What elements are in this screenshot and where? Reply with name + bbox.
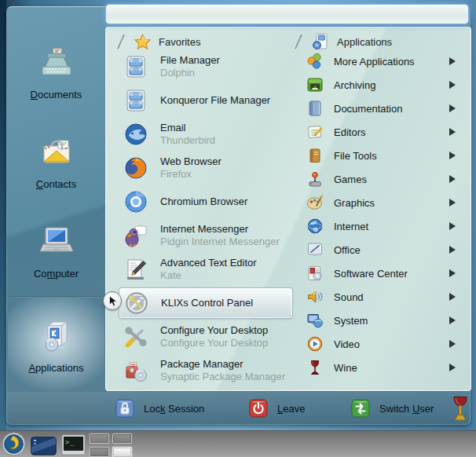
menu-item-subtitle: Configure Your Desktop (160, 337, 292, 349)
archiving-icon (306, 76, 324, 93)
menu-item-configure-desktop[interactable]: Configure Your Desktop Configure Your De… (121, 320, 295, 353)
category-more-applications[interactable]: More Applications (298, 49, 465, 73)
category-file-tools[interactable]: File Tools (298, 144, 465, 167)
category-label: System (334, 315, 439, 327)
terminal-icon[interactable]: >_ (61, 434, 86, 455)
menu-item-subtitle: Dolphin (160, 67, 292, 79)
category-sound[interactable]: Sound (298, 285, 465, 309)
wine-glass-icon (306, 359, 324, 376)
favorites-list: File Manager Dolphin (121, 49, 295, 387)
category-label: More Applications (334, 56, 439, 68)
breadcrumb-slash-icon (115, 33, 126, 50)
category-editors[interactable]: Editors (298, 120, 465, 144)
screen: Documents Contacts (0, 0, 476, 457)
desktop-edge-shadow (0, 0, 6, 430)
menu-item-konqueror[interactable]: Konqueror File Manager (121, 83, 295, 117)
category-software-center[interactable]: Software Center (298, 261, 465, 285)
menu-item-title: Configure Your Desktop (160, 324, 292, 337)
category-internet[interactable]: Internet (298, 214, 465, 238)
launcher-menu-button[interactable] (2, 432, 26, 456)
menu-item-subtitle: Firefox (160, 168, 292, 181)
category-label: Office (334, 244, 439, 256)
pager-desktop-1[interactable] (90, 433, 109, 444)
graphics-icon (306, 194, 324, 211)
sidebar-separator (9, 296, 103, 298)
sidebar-item-computer[interactable]: Computer (7, 222, 105, 280)
category-games[interactable]: Games (298, 167, 465, 191)
menu-item-title: Email (160, 121, 292, 134)
menu-item-package-manager[interactable]: Package Manager Synaptic Package Manager (121, 353, 295, 387)
submenu-arrow-icon (449, 128, 456, 136)
more-applications-icon (306, 53, 324, 70)
laptop-icon (38, 222, 75, 262)
submenu-arrow-icon (449, 57, 456, 65)
category-documentation[interactable]: Documentation (298, 97, 465, 120)
menu-item-subtitle: Synaptic Package Manager (160, 371, 292, 383)
category-label: Documentation (334, 103, 439, 115)
applications-header-label: Applications (337, 36, 392, 48)
application-launcher-menu: Documents Contacts (6, 6, 471, 425)
pager-desktop-3[interactable] (90, 447, 109, 457)
search-input[interactable] (105, 4, 469, 24)
submenu-arrow-icon (449, 152, 456, 159)
leave-button[interactable]: Leave (249, 392, 305, 425)
thunderbird-icon (123, 122, 148, 147)
menu-item-file-manager[interactable]: File Manager Dolphin (121, 49, 295, 83)
menu-item-web-browser[interactable]: Web Browser Firefox (121, 151, 295, 185)
system-icon (306, 312, 324, 329)
star-icon (134, 33, 152, 51)
category-archiving[interactable]: Archiving (298, 73, 465, 97)
submenu-arrow-icon (449, 293, 456, 301)
pager-desktop-2[interactable] (112, 433, 132, 444)
software-box-icon (38, 316, 75, 356)
lock-icon (115, 399, 134, 418)
category-office[interactable]: Office (298, 238, 465, 261)
menu-item-title: Package Manager (160, 357, 292, 371)
internet-globe-icon (306, 218, 324, 235)
sidebar-item-label: Applications (28, 362, 83, 374)
sidebar-item-label: Contacts (36, 178, 76, 190)
category-label: Graphics (334, 197, 439, 209)
games-icon (306, 170, 324, 188)
office-icon (306, 241, 324, 258)
contacts-icon (38, 133, 75, 173)
control-panel-icon (124, 291, 149, 316)
switch-user-button[interactable]: Switch User (351, 392, 434, 425)
switch-arrows-icon (351, 399, 370, 418)
category-system[interactable]: System (298, 309, 465, 332)
file-cabinet-icon (123, 88, 148, 113)
file-cabinet-icon (123, 54, 148, 79)
submenu-arrow-icon (449, 340, 456, 348)
category-wine[interactable]: Wine (298, 356, 465, 379)
submenu-arrow-icon (449, 175, 456, 183)
menu-item-title: KLIXs Control Panel (161, 296, 292, 309)
video-icon (306, 335, 324, 353)
lock-session-button[interactable]: Lock Session (115, 392, 204, 425)
chromium-icon (123, 189, 148, 214)
sidebar-item-contacts[interactable]: Contacts (7, 133, 105, 190)
menu-item-control-panel[interactable]: KLIXs Control Panel (119, 287, 293, 319)
category-label: Software Center (334, 268, 439, 280)
menu-item-email[interactable]: Email Thunderbird (121, 117, 295, 151)
show-desktop-icon[interactable] (31, 437, 57, 455)
menu-item-text-editor[interactable]: Advanced Text Editor Kate (121, 252, 295, 286)
menu-item-chromium[interactable]: Chromium Browser (121, 185, 295, 218)
sidebar-item-applications[interactable]: Applications (7, 316, 105, 374)
menu-item-title: File Manager (160, 53, 292, 67)
configure-desktop-icon (123, 324, 148, 349)
firefox-icon (123, 155, 148, 181)
category-label: Wine (334, 362, 439, 374)
session-button-label: Switch User (379, 403, 434, 415)
menu-item-title: Web Browser (160, 155, 292, 168)
package-manager-icon (123, 358, 148, 383)
sidebar-item-documents[interactable]: Documents (7, 43, 105, 101)
favorites-header-label: Favorites (159, 36, 200, 48)
virtual-desktop-pager (90, 433, 132, 457)
submenu-arrow-icon (449, 104, 456, 112)
category-graphics[interactable]: Graphics (298, 191, 465, 214)
session-button-label: Leave (277, 403, 305, 415)
category-video[interactable]: Video (298, 332, 465, 356)
session-bar: Lock Session Leave (7, 392, 470, 425)
menu-item-internet-messenger[interactable]: Internet Messenger Pidgin Internet Messe… (121, 218, 295, 252)
pager-desktop-4-active[interactable] (112, 447, 132, 457)
